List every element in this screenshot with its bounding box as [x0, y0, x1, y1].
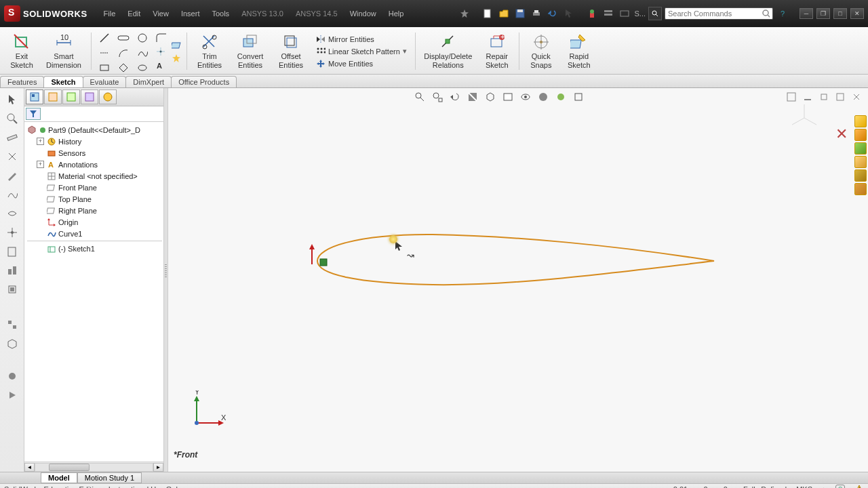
- search-launcher-icon[interactable]: [648, 7, 662, 20]
- plane-tool[interactable]: [172, 40, 182, 51]
- display-style-icon[interactable]: [500, 89, 515, 104]
- status-dropdown-icon[interactable]: ▴: [822, 485, 826, 488]
- orientation-triad-icon[interactable]: [788, 102, 821, 134]
- tree-top-plane[interactable]: Top Plane: [27, 193, 162, 205]
- tree-scrollbar[interactable]: ◄ ►: [24, 462, 163, 472]
- tab-features[interactable]: Features: [0, 76, 44, 87]
- rapid-sketch-button[interactable]: Rapid Sketch: [560, 30, 598, 73]
- apply-scene-icon[interactable]: [553, 89, 568, 104]
- help-icon[interactable]: ?: [776, 7, 789, 20]
- restore-button[interactable]: ❐: [816, 8, 830, 19]
- viewport-maximize-icon[interactable]: [833, 89, 848, 104]
- ellipse-tool[interactable]: [134, 61, 151, 75]
- tab-sketch[interactable]: Sketch: [43, 76, 83, 87]
- text-tool[interactable]: A: [155, 60, 167, 70]
- spline-tool[interactable]: [134, 46, 151, 60]
- model-tab[interactable]: Model: [41, 472, 77, 483]
- view-settings-icon[interactable]: [571, 89, 586, 104]
- exit-sketch-corner-icon[interactable]: ✕: [835, 125, 848, 143]
- feature-manager-tab[interactable]: [26, 89, 43, 104]
- rectangle-tool[interactable]: [96, 61, 113, 75]
- zoom-fit-icon[interactable]: [412, 89, 427, 104]
- arc-tool[interactable]: [115, 46, 132, 60]
- slot-tool[interactable]: [115, 31, 132, 45]
- task-pane-library-icon[interactable]: [854, 129, 867, 141]
- star-tool[interactable]: [172, 54, 182, 63]
- weldment-tool[interactable]: [4, 263, 20, 278]
- render-tool[interactable]: [4, 369, 20, 384]
- status-help-icon[interactable]: ?: [835, 485, 845, 489]
- viewport-close-icon[interactable]: [849, 89, 864, 104]
- open-icon[interactable]: [497, 7, 511, 20]
- menu-ansys145[interactable]: ANSYS 14.5: [290, 7, 343, 20]
- scroll-left-icon[interactable]: ◄: [24, 463, 35, 472]
- property-manager-tab[interactable]: [44, 89, 62, 104]
- display-manager-tab[interactable]: [99, 89, 117, 104]
- tree-curve1[interactable]: Curve1: [27, 228, 162, 239]
- zoom-area-icon[interactable]: [430, 89, 445, 104]
- task-pane-appearances-icon[interactable]: [854, 169, 867, 182]
- menu-edit[interactable]: Edit: [122, 7, 146, 20]
- airfoil-sketch[interactable]: [311, 230, 724, 291]
- select-icon[interactable]: [562, 7, 576, 20]
- tree-annotations[interactable]: + A Annotations: [27, 159, 162, 170]
- centerline-tool[interactable]: [96, 46, 113, 60]
- menu-insert[interactable]: Insert: [176, 7, 205, 20]
- tree-origin[interactable]: Origin: [27, 216, 162, 228]
- move-entities-button[interactable]: Move Entities: [316, 59, 407, 68]
- new-doc-icon[interactable]: [481, 7, 494, 20]
- smart-dimension-button[interactable]: 10 Smart Dimension: [39, 30, 88, 73]
- tree-history[interactable]: + History: [27, 136, 162, 147]
- tree-material[interactable]: Material <not specified>: [27, 170, 162, 182]
- mold-tool[interactable]: [4, 282, 20, 297]
- status-units[interactable]: MKS: [796, 485, 812, 489]
- configuration-manager-tab[interactable]: [62, 89, 80, 104]
- search-input[interactable]: [668, 9, 762, 18]
- scroll-thumb[interactable]: [49, 464, 90, 471]
- mirror-entities-button[interactable]: Mirror Entities: [316, 35, 407, 44]
- point-tool[interactable]: [155, 46, 167, 57]
- tree-right-plane[interactable]: Right Plane: [27, 205, 162, 216]
- display-delete-relations-button[interactable]: Display/Delete Relations: [418, 30, 478, 73]
- previous-view-icon[interactable]: [448, 89, 462, 104]
- curve-tool[interactable]: [4, 206, 20, 221]
- exploded-view-tool[interactable]: [4, 317, 20, 332]
- tree-front-plane[interactable]: Front Plane: [27, 182, 162, 193]
- animate-tool[interactable]: [4, 388, 20, 403]
- tree-root[interactable]: Part9 (Default<<Default>_D: [27, 124, 162, 136]
- filter-icon[interactable]: [26, 108, 41, 120]
- reference-tool[interactable]: [4, 225, 20, 240]
- graphics-viewport[interactable]: ✕ Y X *Front: [168, 88, 868, 472]
- expand-icon[interactable]: +: [37, 138, 44, 145]
- menu-help[interactable]: Help: [383, 7, 410, 20]
- dimxpert-manager-tab[interactable]: [81, 89, 98, 104]
- star-icon[interactable]: [458, 7, 471, 20]
- repair-sketch-button[interactable]: + Repair Sketch: [478, 30, 516, 73]
- undo-icon[interactable]: [546, 7, 559, 20]
- sketch-tool[interactable]: [4, 168, 20, 183]
- hide-show-icon[interactable]: [518, 89, 533, 104]
- section-view-icon[interactable]: [465, 89, 480, 104]
- polygon-tool[interactable]: [115, 61, 132, 75]
- edit-appearance-icon[interactable]: [536, 89, 551, 104]
- motion-study-tab[interactable]: Motion Study 1: [77, 472, 142, 483]
- options-icon[interactable]: [601, 7, 615, 20]
- quick-snaps-button[interactable]: Quick Snaps: [522, 30, 560, 73]
- print-icon[interactable]: [530, 7, 543, 20]
- offset-entities-button[interactable]: Offset Entities: [271, 30, 311, 73]
- mate-tool[interactable]: [4, 149, 20, 164]
- maximize-button[interactable]: □: [833, 8, 847, 19]
- save-icon[interactable]: [513, 7, 527, 20]
- line-tool[interactable]: [96, 31, 113, 45]
- menu-view[interactable]: View: [147, 7, 174, 20]
- view-orientation-icon[interactable]: [483, 89, 498, 104]
- task-pane-resources-icon[interactable]: [854, 115, 867, 127]
- task-pane-custom-icon[interactable]: [854, 183, 867, 195]
- linear-pattern-button[interactable]: Linear Sketch Pattern▾: [316, 47, 407, 56]
- menu-tools[interactable]: Tools: [206, 7, 235, 20]
- task-pane-view-palette-icon[interactable]: [854, 156, 867, 168]
- scroll-right-icon[interactable]: ►: [153, 463, 163, 472]
- menu-window[interactable]: Window: [344, 7, 382, 20]
- status-warning-icon[interactable]: !: [854, 485, 864, 489]
- sheet-tool[interactable]: [4, 244, 20, 259]
